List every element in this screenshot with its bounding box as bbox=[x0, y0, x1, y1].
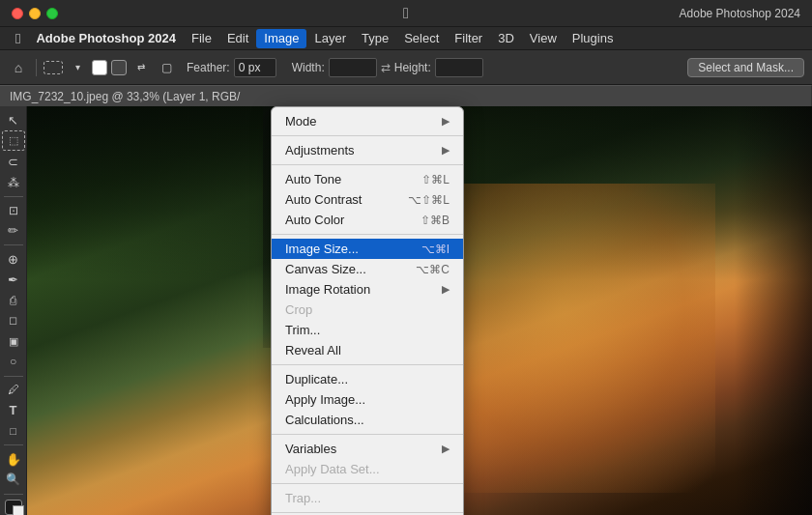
text-tool[interactable]: T bbox=[2, 401, 25, 420]
menu-item-duplicate[interactable]: Duplicate... bbox=[272, 369, 463, 389]
menu-shortcut-auto-contrast: ⌥⇧⌘L bbox=[408, 193, 450, 207]
menu-sep-6 bbox=[272, 483, 463, 484]
stamp-tool[interactable]: ⎙ bbox=[2, 290, 25, 309]
apple-logo:  bbox=[403, 5, 409, 22]
menu-item-apply-image[interactable]: Apply Image... bbox=[272, 389, 463, 410]
tool-sep3 bbox=[4, 376, 23, 377]
menu-item-image-size[interactable]: Image Size... ⌥⌘I bbox=[272, 239, 463, 259]
menu-item-trim-label: Trim... bbox=[285, 323, 320, 337]
menu-item-image-rotation[interactable]: Image Rotation ▶ bbox=[272, 279, 463, 300]
menu-item-trim[interactable]: Trim... bbox=[272, 320, 463, 340]
eyedropper-tool[interactable]: ✏ bbox=[2, 221, 25, 241]
menu-item-apply-image-label: Apply Image... bbox=[285, 392, 365, 407]
menu-sep-3 bbox=[272, 234, 463, 235]
traffic-lights bbox=[0, 8, 58, 19]
menu-arrow-variables: ▶ bbox=[442, 443, 450, 455]
menu-item-mode[interactable]: Mode ▶ bbox=[272, 111, 463, 131]
menu-arrow-image-rotation: ▶ bbox=[442, 283, 450, 296]
toolbar-dimensions: Width: ⇄ Height: bbox=[292, 58, 483, 77]
dimension-link-icon: ⇄ bbox=[381, 61, 391, 74]
crop-tool[interactable]: ⊡ bbox=[2, 201, 25, 220]
toolbar-home-icon[interactable]: ⌂ bbox=[8, 57, 29, 78]
toolbox: ↖ ⬚ ⊂ ⁂ ⊡ ✏ ⊕ ✒ ⎙ ◻ ▣ ○ 🖊 T □ ✋ 🔍 bbox=[0, 106, 27, 515]
select-and-mask-button[interactable]: Select and Mask... bbox=[687, 58, 804, 77]
menu-item-apply-data-set: Apply Data Set... bbox=[272, 459, 463, 479]
tool-sep2 bbox=[4, 244, 23, 245]
menubar-apple[interactable]:  bbox=[8, 29, 28, 48]
gradient-tool[interactable]: ▣ bbox=[2, 331, 25, 351]
menu-item-apply-data-set-label: Apply Data Set... bbox=[285, 462, 380, 476]
menubar-filter[interactable]: Filter bbox=[447, 29, 490, 48]
pen-tool[interactable]: 🖊 bbox=[2, 380, 25, 399]
marquee-tool[interactable]: ⬚ bbox=[2, 130, 25, 151]
shape-tool[interactable]: □ bbox=[2, 421, 25, 441]
width-label: Width: bbox=[292, 61, 325, 74]
menubar-file[interactable]: File bbox=[184, 29, 219, 48]
menu-item-crop-label: Crop bbox=[285, 302, 312, 317]
menu-sep-4 bbox=[272, 364, 463, 365]
dodge-tool[interactable]: ○ bbox=[2, 352, 25, 371]
menubar-select[interactable]: Select bbox=[396, 29, 447, 48]
healing-tool[interactable]: ⊕ bbox=[2, 249, 25, 269]
menubar-type[interactable]: Type bbox=[354, 29, 396, 48]
menu-shortcut-auto-tone: ⇧⌘L bbox=[421, 173, 450, 186]
hand-tool[interactable]: ✋ bbox=[2, 449, 25, 469]
menu-item-auto-color-label: Auto Color bbox=[285, 213, 344, 227]
menu-item-variables[interactable]: Variables ▶ bbox=[272, 439, 463, 459]
menu-item-adjustments[interactable]: Adjustments ▶ bbox=[272, 140, 463, 160]
menubar-view[interactable]: View bbox=[522, 29, 565, 48]
zoom-tool[interactable]: 🔍 bbox=[2, 470, 25, 489]
menubar-image[interactable]: Image bbox=[256, 29, 306, 48]
width-input[interactable] bbox=[329, 58, 377, 77]
eraser-tool[interactable]: ◻ bbox=[2, 311, 25, 330]
menu-item-auto-tone[interactable]: Auto Tone ⇧⌘L bbox=[272, 169, 463, 189]
move-tool[interactable]: ↖ bbox=[2, 110, 25, 129]
minimize-button[interactable] bbox=[29, 8, 41, 19]
menu-item-auto-color[interactable]: Auto Color ⇧⌘B bbox=[272, 210, 463, 230]
menu-shortcut-auto-color: ⇧⌘B bbox=[420, 214, 450, 227]
titlebar:  Adobe Photoshop 2024 bbox=[0, 0, 812, 27]
lasso-tool[interactable]: ⊂ bbox=[2, 152, 25, 171]
toolbar-mode-icon1[interactable] bbox=[92, 60, 107, 75]
menu-item-image-rotation-label: Image Rotation bbox=[285, 282, 370, 297]
brush-tool[interactable]: ✒ bbox=[2, 270, 25, 289]
menubar-layer[interactable]: Layer bbox=[306, 29, 354, 48]
menu-item-adjustments-label: Adjustments bbox=[285, 143, 355, 157]
menu-item-variables-label: Variables bbox=[285, 442, 336, 456]
document-tab-label: IMG_7232_10.jpeg @ 33,3% (Layer 1, RGB/ bbox=[10, 90, 240, 103]
menu-sep-7 bbox=[272, 512, 463, 513]
menu-item-image-size-label: Image Size... bbox=[285, 242, 359, 256]
toolbar-mode-icon2[interactable] bbox=[111, 60, 127, 75]
toolbar-mode-icon3[interactable]: ▢ bbox=[156, 57, 177, 78]
feather-label: Feather: bbox=[187, 61, 230, 74]
menu-sep-2 bbox=[272, 164, 463, 165]
tool-sep4 bbox=[4, 444, 23, 445]
height-input[interactable] bbox=[435, 58, 483, 77]
tool-sep1 bbox=[4, 196, 23, 197]
menu-item-calculations[interactable]: Calculations... bbox=[272, 410, 463, 430]
maximize-button[interactable] bbox=[46, 8, 58, 19]
menubar-plugins[interactable]: Plugins bbox=[565, 29, 622, 48]
menu-item-duplicate-label: Duplicate... bbox=[285, 372, 348, 386]
toolbar: ⌂ ▾ ⇄ ▢ Feather: Width: ⇄ Height: Select… bbox=[0, 50, 812, 85]
toolbar-marquee-icon[interactable] bbox=[44, 61, 63, 74]
close-button[interactable] bbox=[12, 8, 23, 19]
menu-sep-1 bbox=[272, 135, 463, 136]
foreground-color[interactable] bbox=[5, 500, 22, 515]
app-title: Adobe Photoshop 2024 bbox=[680, 7, 800, 20]
wand-tool[interactable]: ⁂ bbox=[2, 172, 25, 191]
menubar-3d[interactable]: 3D bbox=[490, 29, 522, 48]
toolbar-marquee-options-icon[interactable]: ▾ bbox=[67, 57, 88, 78]
menu-item-reveal-all[interactable]: Reveal All bbox=[272, 340, 463, 360]
feather-input[interactable] bbox=[234, 58, 276, 77]
menu-item-auto-contrast-label: Auto Contrast bbox=[285, 192, 362, 207]
menubar-edit[interactable]: Edit bbox=[219, 29, 256, 48]
document-tab[interactable]: IMG_7232_10.jpeg @ 33,3% (Layer 1, RGB/ bbox=[0, 85, 812, 106]
main-area: ↖ ⬚ ⊂ ⁂ ⊡ ✏ ⊕ ✒ ⎙ ◻ ▣ ○ 🖊 T □ ✋ 🔍 bbox=[0, 106, 812, 515]
menu-item-crop: Crop bbox=[272, 300, 463, 320]
toolbar-mode-toggle[interactable]: ⇄ bbox=[130, 57, 152, 78]
menubar-app[interactable]: Adobe Photoshop 2024 bbox=[28, 29, 183, 48]
menu-arrow-adjustments: ▶ bbox=[442, 144, 450, 157]
menu-item-canvas-size[interactable]: Canvas Size... ⌥⌘C bbox=[272, 259, 463, 279]
menu-item-auto-contrast[interactable]: Auto Contrast ⌥⇧⌘L bbox=[272, 189, 463, 210]
